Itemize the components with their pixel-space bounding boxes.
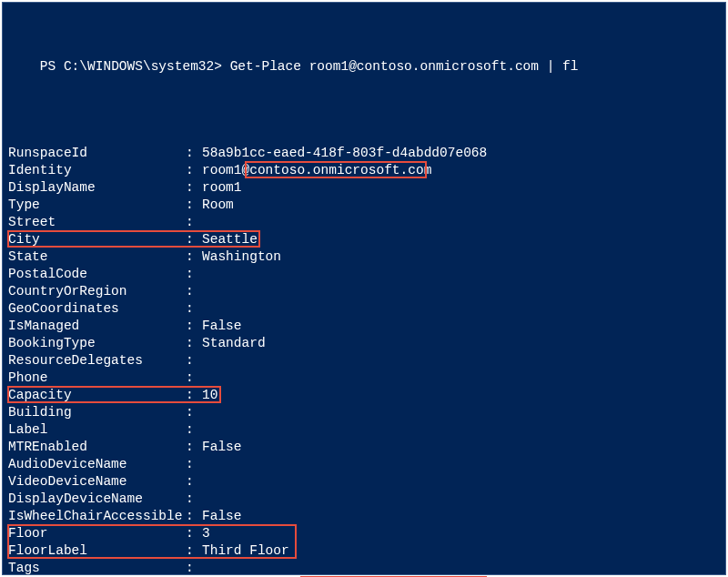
property-key: Capacity	[8, 387, 186, 404]
output-row: MTREnabled: False	[8, 439, 720, 456]
output-row: Floor: 3	[8, 525, 720, 542]
colon-separator: :	[186, 248, 202, 266]
output-row: Type: Room	[8, 197, 720, 214]
property-value: room1@contoso.onmicrosoft.com	[202, 162, 431, 179]
colon-separator: :	[186, 508, 202, 525]
property-value: 3	[202, 525, 210, 542]
powershell-terminal[interactable]: PS C:\WINDOWS\system32> Get-Place room1@…	[2, 2, 726, 575]
output-row: City: Seattle	[8, 231, 720, 248]
property-key: PostalCode	[8, 266, 186, 283]
colon-separator: :	[186, 560, 202, 577]
property-value: room1	[202, 179, 242, 197]
property-value: 10	[202, 387, 217, 404]
output-row: AudioDeviceName:	[8, 456, 720, 473]
output-row: VideoDeviceName:	[8, 473, 720, 491]
property-key: City	[8, 231, 186, 248]
output-row: Capacity: 10	[8, 387, 720, 404]
property-key: IsWheelChairAccessible	[8, 508, 186, 525]
output-row: Street:	[8, 214, 720, 231]
colon-separator: :	[186, 197, 202, 214]
colon-separator: :	[186, 214, 202, 231]
property-key: GeoCoordinates	[8, 300, 186, 318]
colon-separator: :	[186, 439, 202, 456]
colon-separator: :	[186, 352, 202, 369]
colon-separator: :	[186, 387, 202, 404]
colon-separator: :	[186, 369, 202, 387]
colon-separator: :	[186, 473, 202, 491]
colon-separator: :	[186, 404, 202, 421]
colon-separator: :	[186, 283, 202, 300]
output-row: IsWheelChairAccessible: False	[8, 508, 720, 525]
property-key: Label	[8, 421, 186, 439]
prompt-line: PS C:\WINDOWS\system32> Get-Place room1@…	[8, 41, 720, 93]
output-row: RunspaceId: 58a9b1cc-eaed-418f-803f-d4ab…	[8, 145, 720, 162]
output-row: PostalCode:	[8, 266, 720, 283]
colon-separator: :	[186, 456, 202, 473]
property-key: State	[8, 248, 186, 266]
property-value: False	[202, 508, 242, 525]
property-key: Type	[8, 197, 186, 214]
property-value: 58a9b1cc-eaed-418f-803f-d4abdd07e068	[202, 145, 487, 162]
property-key: Street	[8, 214, 186, 231]
output-row: IsManaged: False	[8, 318, 720, 335]
property-value: Third Floor	[202, 542, 289, 560]
colon-separator: :	[186, 525, 202, 542]
property-key: CountryOrRegion	[8, 283, 186, 300]
property-key: BookingType	[8, 335, 186, 352]
property-value: Room	[202, 197, 234, 214]
colon-separator: :	[186, 421, 202, 439]
output-rows: RunspaceId: 58a9b1cc-eaed-418f-803f-d4ab…	[8, 145, 720, 577]
colon-separator: :	[186, 162, 202, 179]
prompt-text: PS C:\WINDOWS\system32> Get-Place room1@…	[40, 59, 579, 74]
property-key: Building	[8, 404, 186, 421]
colon-separator: :	[186, 491, 202, 508]
property-key: MTREnabled	[8, 439, 186, 456]
property-key: Phone	[8, 369, 186, 387]
output-row: DisplayDeviceName:	[8, 491, 720, 508]
colon-separator: :	[186, 145, 202, 162]
property-value: Washington	[202, 248, 281, 266]
colon-separator: :	[186, 300, 202, 318]
colon-separator: :	[186, 318, 202, 335]
property-key: RunspaceId	[8, 145, 186, 162]
property-key: DisplayDeviceName	[8, 491, 186, 508]
property-key: Tags	[8, 560, 186, 577]
output-row: CountryOrRegion:	[8, 283, 720, 300]
output-row: FloorLabel: Third Floor	[8, 542, 720, 560]
output-row: State: Washington	[8, 248, 720, 266]
property-key: FloorLabel	[8, 542, 186, 560]
colon-separator: :	[186, 335, 202, 352]
colon-separator: :	[186, 266, 202, 283]
output-row: BookingType: Standard	[8, 335, 720, 352]
property-key: Identity	[8, 162, 186, 179]
output-row: Identity: room1@contoso.onmicrosoft.com	[8, 162, 720, 179]
output-row: DisplayName: room1	[8, 179, 720, 197]
property-key: VideoDeviceName	[8, 473, 186, 491]
property-value: False	[202, 318, 242, 335]
property-key: ResourceDelegates	[8, 352, 186, 369]
property-value: False	[202, 439, 242, 456]
property-key: IsManaged	[8, 318, 186, 335]
property-value: Seattle	[202, 231, 258, 248]
property-key: AudioDeviceName	[8, 456, 186, 473]
property-value: Standard	[202, 335, 266, 352]
property-key: DisplayName	[8, 179, 186, 197]
output-row: Label:	[8, 421, 720, 439]
property-key: Floor	[8, 525, 186, 542]
output-row: Building:	[8, 404, 720, 421]
colon-separator: :	[186, 231, 202, 248]
output-row: GeoCoordinates:	[8, 300, 720, 318]
output-row: ResourceDelegates:	[8, 352, 720, 369]
colon-separator: :	[186, 179, 202, 197]
output-row: Tags:	[8, 560, 720, 577]
colon-separator: :	[186, 542, 202, 560]
output-row: Phone:	[8, 369, 720, 387]
